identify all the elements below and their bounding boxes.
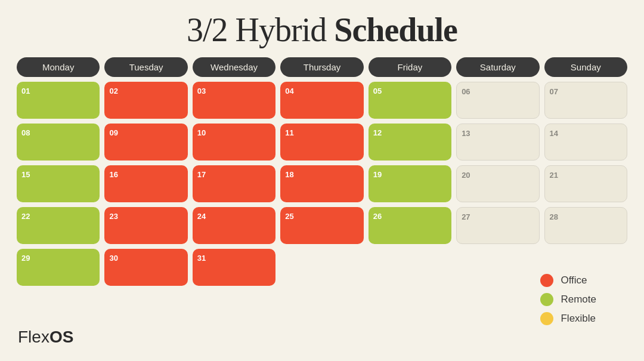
calendar-cell: 08	[17, 124, 100, 161]
day-number: 08	[21, 128, 30, 137]
legend-item: Office	[540, 274, 596, 287]
day-number: 22	[21, 212, 30, 221]
legend-dot	[540, 312, 553, 325]
logo: FlexOS	[18, 328, 73, 347]
calendar-cell: 16	[104, 165, 187, 202]
day-number: 17	[197, 170, 206, 179]
calendar-cell: 02	[104, 82, 187, 119]
day-number: 10	[197, 128, 206, 137]
calendar-cell: 24	[193, 207, 275, 244]
day-header: Sunday	[544, 57, 627, 77]
calendar-cell: 23	[104, 207, 187, 244]
page-title: 3/2 Hybrid Schedule	[0, 0, 644, 57]
calendar-cell: 29	[17, 249, 100, 286]
calendar-cell: 28	[544, 207, 627, 244]
calendar-cell: 14	[544, 124, 627, 161]
day-number: 02	[109, 87, 117, 95]
day-number: 18	[285, 170, 293, 179]
calendar-cell: 13	[456, 124, 539, 161]
day-header: Saturday	[456, 57, 539, 77]
day-number: 05	[373, 87, 382, 95]
calendar-grid: 0102030405060708091011121314151617181920…	[17, 82, 627, 286]
day-number: 13	[462, 129, 470, 138]
calendar-cell: 04	[280, 82, 363, 119]
day-headers: MondayTuesdayWednesdayThursdayFridaySatu…	[17, 57, 627, 77]
day-number: 11	[285, 128, 293, 137]
calendar-cell: 26	[369, 207, 451, 244]
calendar-cell: 09	[104, 124, 187, 161]
calendar-cell: 12	[369, 124, 451, 161]
day-header: Monday	[17, 57, 100, 77]
legend-label: Flexible	[561, 313, 596, 325]
day-header: Thursday	[280, 57, 363, 77]
day-number: 24	[197, 212, 206, 221]
day-number: 28	[550, 212, 558, 221]
day-number: 26	[373, 212, 382, 221]
calendar-cell	[369, 249, 451, 286]
calendar-container: MondayTuesdayWednesdayThursdayFridaySatu…	[0, 57, 644, 286]
day-number: 12	[373, 128, 382, 137]
calendar-cell: 11	[280, 124, 363, 161]
day-number: 23	[109, 212, 117, 221]
calendar-cell: 31	[193, 249, 275, 286]
day-number: 29	[21, 254, 30, 263]
day-header: Friday	[369, 57, 451, 77]
day-number: 27	[462, 212, 470, 221]
legend-dot	[540, 293, 553, 306]
calendar-cell: 20	[456, 165, 539, 202]
calendar-cell: 25	[280, 207, 363, 244]
legend-label: Remote	[561, 294, 596, 306]
day-number: 21	[550, 171, 558, 180]
legend-dot	[540, 274, 553, 287]
day-number: 20	[462, 171, 470, 180]
day-number: 07	[550, 87, 558, 96]
day-number: 30	[109, 254, 117, 263]
legend-item: Flexible	[540, 312, 596, 325]
calendar-cell: 21	[544, 165, 627, 202]
calendar-cell: 27	[456, 207, 539, 244]
day-number: 31	[197, 254, 206, 263]
calendar-cell: 17	[193, 165, 275, 202]
day-number: 04	[285, 87, 293, 95]
day-number: 06	[462, 87, 470, 96]
calendar-cell: 10	[193, 124, 275, 161]
day-header: Wednesday	[193, 57, 275, 77]
calendar-cell: 01	[17, 82, 100, 119]
calendar-cell: 15	[17, 165, 100, 202]
calendar-cell	[456, 249, 539, 286]
day-number: 09	[109, 128, 117, 137]
legend-item: Remote	[540, 293, 596, 306]
legend-area: OfficeRemoteFlexible	[540, 274, 596, 325]
calendar-cell	[280, 249, 363, 286]
day-number: 15	[21, 170, 30, 179]
day-number: 14	[550, 129, 558, 138]
calendar-cell: 22	[17, 207, 100, 244]
day-number: 19	[373, 170, 382, 179]
calendar-cell: 05	[369, 82, 451, 119]
legend-label: Office	[561, 274, 587, 286]
calendar-cell: 19	[369, 165, 451, 202]
day-number: 25	[285, 212, 293, 221]
day-number: 16	[109, 170, 117, 179]
calendar-cell: 30	[104, 249, 187, 286]
day-number: 03	[197, 87, 206, 95]
day-header: Tuesday	[104, 57, 187, 77]
calendar-cell: 07	[544, 82, 627, 119]
day-number: 01	[21, 87, 30, 95]
calendar-cell: 18	[280, 165, 363, 202]
calendar-cell: 03	[193, 82, 275, 119]
calendar-cell: 06	[456, 82, 539, 119]
